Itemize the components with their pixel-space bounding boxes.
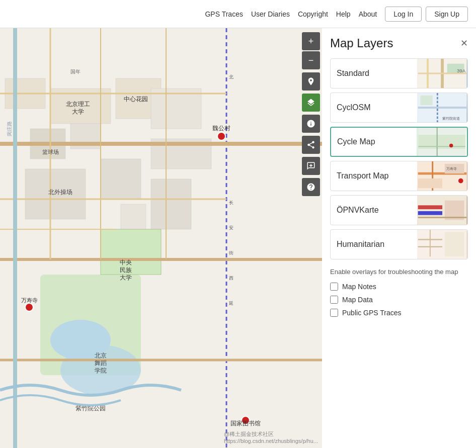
layer-thumb-humanitarian [417, 230, 467, 259]
query-button[interactable] [302, 178, 320, 196]
overlay-map-data: Map Data [330, 296, 468, 304]
svg-text:长: 长 [229, 200, 233, 205]
nav-about[interactable]: About [359, 10, 377, 18]
layer-item-opnv[interactable]: ÖPNVKarte [330, 195, 468, 225]
svg-text:延: 延 [228, 301, 233, 306]
nav-links: GPS Traces User Diaries Copyright Help A… [205, 10, 377, 18]
svg-text:安: 安 [229, 225, 233, 230]
svg-rect-75 [418, 178, 442, 188]
svg-text:西: 西 [229, 276, 233, 281]
layer-list: Standard 39A CyclOSM [330, 58, 468, 259]
svg-rect-10 [101, 159, 141, 199]
signup-button[interactable]: Sign Up [426, 7, 468, 22]
svg-rect-83 [445, 232, 464, 256]
svg-text:学院: 学院 [95, 367, 107, 374]
svg-text:大学: 大学 [120, 274, 132, 281]
map-data-label[interactable]: Map Data [342, 296, 373, 304]
layer-item-cyclemap[interactable]: Cycle Map [330, 127, 468, 157]
svg-text:国年: 国年 [70, 69, 81, 74]
svg-text:北京理工: 北京理工 [66, 101, 90, 108]
map-svg: 闵庄路 北京理工 大学 中心花园 篮球场 北外操场 魏公村 中央 民族 大学 国… [0, 28, 322, 448]
layers-button[interactable] [302, 94, 320, 112]
svg-text:万寿寺: 万寿寺 [446, 167, 457, 171]
info-button[interactable] [302, 115, 320, 133]
map[interactable]: 闵庄路 北京理工 大学 中心花园 篮球场 北外操场 魏公村 中央 民族 大学 国… [0, 28, 322, 448]
layer-item-cyclosm[interactable]: CyclOSM 紫竹院街道 [330, 93, 468, 123]
svg-text:中央: 中央 [120, 259, 132, 266]
svg-text:北: 北 [229, 74, 233, 79]
svg-text:篮球场: 篮球场 [42, 149, 59, 155]
svg-text:北京: 北京 [95, 352, 107, 359]
panel-title: Map Layers [330, 36, 393, 50]
nav-help[interactable]: Help [336, 10, 351, 18]
svg-text:大学: 大学 [72, 108, 84, 115]
layer-label-standard: Standard [331, 69, 417, 78]
svg-point-30 [25, 303, 33, 311]
share-button[interactable] [302, 136, 320, 154]
svg-text:国家图书馆: 国家图书馆 [230, 420, 261, 427]
nav-gps-traces[interactable]: GPS Traces [205, 10, 243, 18]
svg-text:万寿寺: 万寿寺 [21, 297, 38, 303]
svg-text:民族: 民族 [120, 266, 132, 274]
map-watermark: @稀土掘金技术社区 https://blog.csdn.net/zhusblin… [224, 430, 318, 444]
map-notes-label[interactable]: Map Notes [342, 283, 376, 291]
layer-label-transport: Transport Map [331, 171, 417, 181]
svg-text:北外操场: 北外操场 [48, 189, 72, 196]
map-background: 闵庄路 北京理工 大学 中心花园 篮球场 北外操场 魏公村 中央 民族 大学 国… [0, 28, 322, 448]
overlay-gps-traces: Public GPS Traces [330, 309, 468, 317]
layer-label-humanitarian: Humanitarian [331, 240, 417, 249]
layer-item-humanitarian[interactable]: Humanitarian [330, 229, 468, 259]
svg-point-69 [449, 144, 453, 147]
map-data-checkbox[interactable] [330, 296, 338, 304]
gps-traces-label[interactable]: Public GPS Traces [342, 309, 402, 317]
locate-button[interactable] [302, 72, 320, 91]
nav-copyright[interactable]: Copyright [298, 10, 328, 18]
layer-thumb-transport: 万寿寺 [417, 161, 467, 191]
header-buttons: Log In Sign Up [385, 7, 468, 22]
svg-text:闵庄路: 闵庄路 [7, 121, 12, 136]
svg-point-29 [217, 132, 225, 140]
overlays-title: Enable overlays for troubleshooting the … [330, 267, 468, 277]
svg-rect-11 [151, 88, 201, 129]
svg-text:魏公村: 魏公村 [212, 125, 230, 132]
layer-label-opnv: ÖPNVKarte [331, 206, 417, 215]
svg-text:39A: 39A [457, 68, 466, 73]
svg-text:舞蹈: 舞蹈 [95, 360, 107, 367]
layer-label-cyclemap: Cycle Map [331, 137, 417, 146]
layer-item-standard[interactable]: Standard 39A [330, 58, 468, 88]
svg-text:紫竹院街道: 紫竹院街道 [442, 117, 460, 120]
map-notes-checkbox[interactable] [330, 283, 338, 291]
right-panel: Map Layers ✕ Standard 39A CyclOSM [322, 28, 476, 448]
layer-thumb-cyclosm: 紫竹院街道 [417, 93, 467, 122]
gps-traces-checkbox[interactable] [330, 309, 338, 317]
layer-label-cyclosm: CyclOSM [331, 103, 417, 112]
header: GPS Traces User Diaries Copyright Help A… [0, 0, 476, 28]
panel-header: Map Layers ✕ [330, 36, 468, 50]
layer-thumb-standard: 39A [417, 59, 467, 88]
svg-text:中心花园: 中心花园 [124, 96, 148, 103]
login-button[interactable]: Log In [385, 7, 422, 22]
add-note-button[interactable] [302, 157, 320, 175]
svg-rect-63 [421, 96, 433, 105]
zoom-in-button[interactable]: + [302, 32, 320, 50]
zoom-out-button[interactable]: − [302, 51, 320, 69]
layer-thumb-cyclemap [417, 128, 467, 156]
svg-rect-79 [418, 211, 442, 215]
layer-thumb-opnv [417, 196, 467, 225]
svg-rect-13 [151, 179, 191, 229]
panel-close-button[interactable]: ✕ [460, 38, 468, 49]
map-controls: + − [300, 28, 322, 200]
svg-rect-78 [418, 205, 442, 209]
nav-user-diaries[interactable]: User Diaries [251, 10, 290, 18]
svg-point-76 [458, 178, 463, 184]
layer-item-transport[interactable]: Transport Map 万寿寺 [330, 161, 468, 191]
svg-text:街: 街 [229, 250, 233, 255]
overlay-map-notes: Map Notes [330, 283, 468, 291]
